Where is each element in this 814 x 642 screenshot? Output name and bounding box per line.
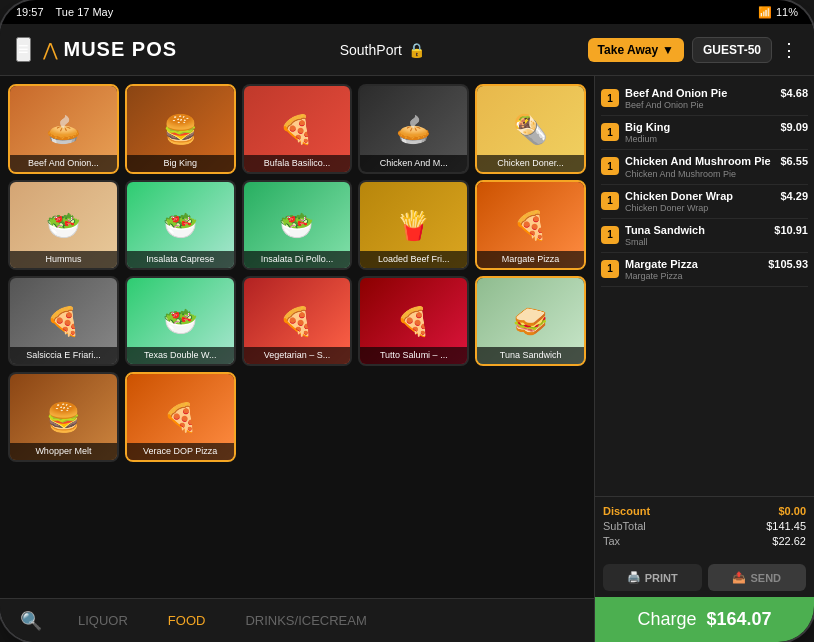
food-item[interactable]: 🥧Chicken And M... xyxy=(358,84,469,174)
send-icon: 📤 xyxy=(732,571,746,584)
printer-icon: 🖨️ xyxy=(627,571,641,584)
order-item[interactable]: 1 Big King Medium $9.09 xyxy=(601,116,808,150)
order-item-qty: 1 xyxy=(601,157,619,175)
tax-label: Tax xyxy=(603,535,620,547)
food-item-label: Insalata Di Pollo... xyxy=(244,251,351,268)
nav-item-food[interactable]: FOOD xyxy=(160,609,214,632)
hamburger-button[interactable]: ≡ xyxy=(16,37,31,62)
food-item-label: Chicken Doner... xyxy=(477,155,584,172)
order-item-qty: 1 xyxy=(601,226,619,244)
status-date: Tue 17 May xyxy=(56,6,114,18)
food-item[interactable]: 🍕Salsiccia E Friari... xyxy=(8,276,119,366)
order-item-details: Margate Pizza Margate Pizza xyxy=(625,258,762,281)
tax-row: Tax $22.62 xyxy=(603,535,806,547)
subtotal-row: SubTotal $141.45 xyxy=(603,520,806,532)
order-item-name: Chicken And Mushroom Pie xyxy=(625,155,774,168)
status-icons: 📶 11% xyxy=(758,6,798,19)
discount-value: $0.00 xyxy=(778,505,806,517)
subtotal-value: $141.45 xyxy=(766,520,806,532)
food-item[interactable]: 🍕Margate Pizza xyxy=(475,180,586,270)
food-item[interactable]: 🍕Verace DOP Pizza xyxy=(125,372,236,462)
order-item-qty: 1 xyxy=(601,192,619,210)
order-type-label: Take Away xyxy=(598,43,658,57)
food-item[interactable]: 🍔Whopper Melt xyxy=(8,372,119,462)
order-item-details: Tuna Sandwich Small xyxy=(625,224,768,247)
order-items-list: 1 Beef And Onion Pie Beef And Onion Pie … xyxy=(595,76,814,496)
charge-amount: $164.07 xyxy=(706,609,771,629)
order-item-details: Big King Medium xyxy=(625,121,774,144)
order-item-price: $6.55 xyxy=(780,155,808,167)
order-actions: 🖨️ PRINT 📤 SEND xyxy=(595,558,814,597)
order-item-sub: Beef And Onion Pie xyxy=(625,100,774,110)
food-item[interactable]: 🍕Vegetarian – S... xyxy=(242,276,353,366)
food-item[interactable]: 🍟Loaded Beef Fri... xyxy=(358,180,469,270)
order-item[interactable]: 1 Tuna Sandwich Small $10.91 xyxy=(601,219,808,253)
food-item-label: Whopper Melt xyxy=(10,443,117,460)
guest-button[interactable]: GUEST-50 xyxy=(692,37,772,63)
food-item-label: Margate Pizza xyxy=(477,251,584,268)
order-item-sub: Medium xyxy=(625,134,774,144)
body-area: 🥧Beef And Onion...🍔Big King🍕Bufala Basil… xyxy=(0,76,814,642)
order-item-name: Big King xyxy=(625,121,774,134)
food-item[interactable]: 🍕Bufala Basilico... xyxy=(242,84,353,174)
food-grid: 🥧Beef And Onion...🍔Big King🍕Bufala Basil… xyxy=(0,76,594,598)
order-item-name: Tuna Sandwich xyxy=(625,224,768,237)
order-item-price: $10.91 xyxy=(774,224,808,236)
logo: ⋀ MUSE POS xyxy=(43,38,178,61)
order-item[interactable]: 1 Margate Pizza Margate Pizza $105.93 xyxy=(601,253,808,287)
order-item-qty: 1 xyxy=(601,260,619,278)
order-type-button[interactable]: Take Away ▼ xyxy=(588,38,684,62)
more-button[interactable]: ⋮ xyxy=(780,39,798,61)
order-summary: Discount $0.00 SubTotal $141.45 Tax $22.… xyxy=(595,496,814,558)
wifi-icon: 📶 xyxy=(758,6,772,19)
tax-value: $22.62 xyxy=(772,535,806,547)
food-item[interactable]: 🥪Tuna Sandwich xyxy=(475,276,586,366)
discount-row: Discount $0.00 xyxy=(603,505,806,517)
order-item-details: Chicken Doner Wrap Chicken Doner Wrap xyxy=(625,190,774,213)
food-item-label: Big King xyxy=(127,155,234,172)
discount-label: Discount xyxy=(603,505,650,517)
search-button[interactable]: 🔍 xyxy=(16,606,46,636)
food-item-label: Beef And Onion... xyxy=(10,155,117,172)
order-item[interactable]: 1 Chicken Doner Wrap Chicken Doner Wrap … xyxy=(601,185,808,219)
food-item-label: Verace DOP Pizza xyxy=(127,443,234,460)
order-item[interactable]: 1 Beef And Onion Pie Beef And Onion Pie … xyxy=(601,82,808,116)
order-item-sub: Small xyxy=(625,237,768,247)
send-label: SEND xyxy=(750,572,781,584)
food-item[interactable]: 🥗Insalata Caprese xyxy=(125,180,236,270)
nav-item-liquor[interactable]: LIQUOR xyxy=(70,609,136,632)
food-item[interactable]: 🥗Texas Double W... xyxy=(125,276,236,366)
food-item[interactable]: 🥧Beef And Onion... xyxy=(8,84,119,174)
nav-item-drinks[interactable]: DRINKS/ICECREAM xyxy=(237,609,374,632)
food-item[interactable]: 🥗Insalata Di Pollo... xyxy=(242,180,353,270)
location-name: SouthPort xyxy=(340,42,402,58)
charge-button[interactable]: Charge $164.07 xyxy=(595,597,814,642)
subtotal-label: SubTotal xyxy=(603,520,646,532)
order-item-sub: Margate Pizza xyxy=(625,271,762,281)
order-item-details: Beef And Onion Pie Beef And Onion Pie xyxy=(625,87,774,110)
food-item-label: Bufala Basilico... xyxy=(244,155,351,172)
food-item-label: Hummus xyxy=(10,251,117,268)
order-item-price: $4.68 xyxy=(780,87,808,99)
food-item[interactable]: 🥗Hummus xyxy=(8,180,119,270)
food-item-label: Salsiccia E Friari... xyxy=(10,347,117,364)
food-item-label: Vegetarian – S... xyxy=(244,347,351,364)
food-item[interactable]: 🌯Chicken Doner... xyxy=(475,84,586,174)
header-left: ≡ ⋀ MUSE POS xyxy=(16,37,177,62)
order-item-price: $105.93 xyxy=(768,258,808,270)
food-item-label: Tutto Salumi – ... xyxy=(360,347,467,364)
order-item[interactable]: 1 Chicken And Mushroom Pie Chicken And M… xyxy=(601,150,808,184)
order-item-price: $9.09 xyxy=(780,121,808,133)
header-center: SouthPort 🔒 xyxy=(177,42,588,58)
print-button[interactable]: 🖨️ PRINT xyxy=(603,564,702,591)
status-time-date: 19:57 Tue 17 May xyxy=(16,6,113,18)
status-time: 19:57 xyxy=(16,6,44,18)
order-item-name: Margate Pizza xyxy=(625,258,762,271)
status-bar: 19:57 Tue 17 May 📶 11% xyxy=(0,0,814,24)
food-item[interactable]: 🍔Big King xyxy=(125,84,236,174)
chevron-down-icon: ▼ xyxy=(662,43,674,57)
header-right: Take Away ▼ GUEST-50 ⋮ xyxy=(588,37,798,63)
tablet-frame: 19:57 Tue 17 May 📶 11% ≡ ⋀ MUSE POS Sout… xyxy=(0,0,814,642)
food-item[interactable]: 🍕Tutto Salumi – ... xyxy=(358,276,469,366)
send-button[interactable]: 📤 SEND xyxy=(708,564,807,591)
